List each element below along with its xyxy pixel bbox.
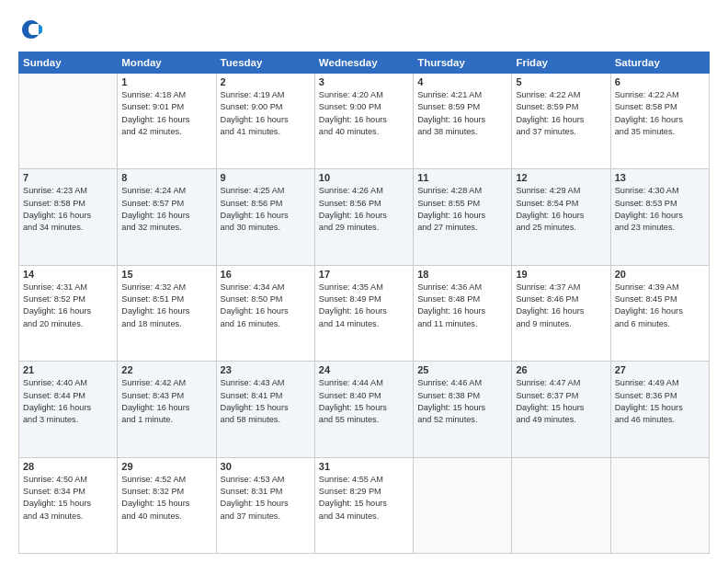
- day-number: 27: [615, 364, 705, 375]
- calendar-cell: 17Sunrise: 4:35 AM Sunset: 8:49 PM Dayli…: [314, 265, 413, 361]
- calendar-cell: 12Sunrise: 4:29 AM Sunset: 8:54 PM Dayli…: [512, 169, 610, 265]
- calendar-cell: [414, 457, 512, 553]
- day-info: Sunrise: 4:55 AM Sunset: 8:29 PM Dayligh…: [319, 474, 409, 523]
- day-number: 15: [121, 269, 211, 280]
- day-info: Sunrise: 4:29 AM Sunset: 8:54 PM Dayligh…: [516, 185, 606, 234]
- day-number: 31: [319, 461, 409, 472]
- day-info: Sunrise: 4:19 AM Sunset: 9:00 PM Dayligh…: [221, 89, 311, 138]
- day-info: Sunrise: 4:42 AM Sunset: 8:43 PM Dayligh…: [121, 377, 211, 426]
- calendar-cell: 20Sunrise: 4:39 AM Sunset: 8:45 PM Dayli…: [610, 265, 709, 361]
- calendar-cell: 13Sunrise: 4:30 AM Sunset: 8:53 PM Dayli…: [610, 169, 709, 265]
- day-info: Sunrise: 4:49 AM Sunset: 8:36 PM Dayligh…: [615, 377, 705, 426]
- day-info: Sunrise: 4:36 AM Sunset: 8:48 PM Dayligh…: [417, 282, 507, 330]
- calendar-cell: 8Sunrise: 4:24 AM Sunset: 8:57 PM Daylig…: [118, 169, 216, 265]
- calendar-cell: 27Sunrise: 4:49 AM Sunset: 8:36 PM Dayli…: [610, 362, 709, 457]
- calendar-cell: 22Sunrise: 4:42 AM Sunset: 8:43 PM Dayli…: [118, 362, 216, 457]
- day-number: 26: [516, 364, 606, 375]
- day-number: 14: [23, 269, 113, 280]
- day-number: 20: [615, 269, 705, 280]
- calendar-cell: 16Sunrise: 4:34 AM Sunset: 8:50 PM Dayli…: [216, 265, 314, 361]
- calendar-cell: 26Sunrise: 4:47 AM Sunset: 8:37 PM Dayli…: [512, 362, 610, 457]
- week-row-5: 28Sunrise: 4:50 AM Sunset: 8:34 PM Dayli…: [19, 457, 710, 553]
- day-number: 30: [221, 461, 311, 472]
- day-info: Sunrise: 4:22 AM Sunset: 8:59 PM Dayligh…: [516, 89, 606, 138]
- day-number: 21: [23, 364, 113, 375]
- calendar-cell: 18Sunrise: 4:36 AM Sunset: 8:48 PM Dayli…: [414, 265, 512, 361]
- day-info: Sunrise: 4:31 AM Sunset: 8:52 PM Dayligh…: [23, 282, 113, 330]
- day-info: Sunrise: 4:24 AM Sunset: 8:57 PM Dayligh…: [121, 185, 211, 234]
- logo-icon: [18, 17, 44, 42]
- week-row-3: 14Sunrise: 4:31 AM Sunset: 8:52 PM Dayli…: [19, 265, 710, 361]
- week-row-4: 21Sunrise: 4:40 AM Sunset: 8:44 PM Dayli…: [19, 362, 710, 457]
- day-info: Sunrise: 4:20 AM Sunset: 9:00 PM Dayligh…: [319, 89, 409, 138]
- page: SundayMondayTuesdayWednesdayThursdayFrid…: [0, 0, 728, 563]
- day-info: Sunrise: 4:43 AM Sunset: 8:41 PM Dayligh…: [221, 377, 311, 426]
- day-number: 1: [121, 76, 211, 87]
- calendar-cell: 19Sunrise: 4:37 AM Sunset: 8:46 PM Dayli…: [512, 265, 610, 361]
- day-info: Sunrise: 4:52 AM Sunset: 8:32 PM Dayligh…: [121, 474, 211, 523]
- calendar-cell: 31Sunrise: 4:55 AM Sunset: 8:29 PM Dayli…: [314, 457, 413, 553]
- day-number: 11: [417, 172, 507, 183]
- header: [18, 17, 710, 42]
- day-number: 5: [516, 76, 606, 87]
- day-number: 2: [221, 76, 311, 87]
- day-info: Sunrise: 4:46 AM Sunset: 8:38 PM Dayligh…: [417, 377, 507, 426]
- calendar-cell: 1Sunrise: 4:18 AM Sunset: 9:01 PM Daylig…: [118, 74, 216, 169]
- day-number: 23: [221, 364, 311, 375]
- calendar-cell: 3Sunrise: 4:20 AM Sunset: 9:00 PM Daylig…: [314, 74, 413, 169]
- day-info: Sunrise: 4:47 AM Sunset: 8:37 PM Dayligh…: [516, 377, 606, 426]
- calendar-cell: 23Sunrise: 4:43 AM Sunset: 8:41 PM Dayli…: [216, 362, 314, 457]
- calendar-cell: 10Sunrise: 4:26 AM Sunset: 8:56 PM Dayli…: [314, 169, 413, 265]
- day-info: Sunrise: 4:40 AM Sunset: 8:44 PM Dayligh…: [23, 377, 113, 426]
- day-number: 4: [417, 76, 507, 87]
- day-info: Sunrise: 4:50 AM Sunset: 8:34 PM Dayligh…: [23, 474, 113, 523]
- day-number: 29: [121, 461, 211, 472]
- day-header-wednesday: Wednesday: [314, 52, 413, 74]
- day-number: 8: [121, 172, 211, 183]
- calendar-cell: 5Sunrise: 4:22 AM Sunset: 8:59 PM Daylig…: [512, 74, 610, 169]
- day-info: Sunrise: 4:22 AM Sunset: 8:58 PM Dayligh…: [615, 89, 705, 138]
- calendar-table: SundayMondayTuesdayWednesdayThursdayFrid…: [18, 52, 710, 554]
- calendar-cell: [19, 74, 118, 169]
- day-number: 17: [319, 269, 409, 280]
- calendar-cell: 4Sunrise: 4:21 AM Sunset: 8:59 PM Daylig…: [414, 74, 512, 169]
- day-number: 28: [23, 461, 113, 472]
- day-number: 18: [417, 269, 507, 280]
- calendar-cell: 9Sunrise: 4:25 AM Sunset: 8:56 PM Daylig…: [216, 169, 314, 265]
- calendar-cell: 14Sunrise: 4:31 AM Sunset: 8:52 PM Dayli…: [19, 265, 118, 361]
- day-info: Sunrise: 4:23 AM Sunset: 8:58 PM Dayligh…: [23, 185, 113, 234]
- day-info: Sunrise: 4:25 AM Sunset: 8:56 PM Dayligh…: [221, 185, 311, 234]
- week-row-1: 1Sunrise: 4:18 AM Sunset: 9:01 PM Daylig…: [19, 74, 710, 169]
- day-info: Sunrise: 4:39 AM Sunset: 8:45 PM Dayligh…: [615, 282, 705, 330]
- day-info: Sunrise: 4:37 AM Sunset: 8:46 PM Dayligh…: [516, 282, 606, 330]
- calendar-cell: 21Sunrise: 4:40 AM Sunset: 8:44 PM Dayli…: [19, 362, 118, 457]
- day-info: Sunrise: 4:26 AM Sunset: 8:56 PM Dayligh…: [319, 185, 409, 234]
- day-info: Sunrise: 4:21 AM Sunset: 8:59 PM Dayligh…: [417, 89, 507, 138]
- day-header-tuesday: Tuesday: [216, 52, 314, 74]
- calendar-cell: 11Sunrise: 4:28 AM Sunset: 8:55 PM Dayli…: [414, 169, 512, 265]
- day-number: 10: [319, 172, 409, 183]
- day-header-saturday: Saturday: [610, 52, 709, 74]
- calendar-cell: 30Sunrise: 4:53 AM Sunset: 8:31 PM Dayli…: [216, 457, 314, 553]
- day-header-monday: Monday: [118, 52, 216, 74]
- day-header-sunday: Sunday: [19, 52, 118, 74]
- day-info: Sunrise: 4:32 AM Sunset: 8:51 PM Dayligh…: [121, 282, 211, 330]
- calendar-cell: 6Sunrise: 4:22 AM Sunset: 8:58 PM Daylig…: [610, 74, 709, 169]
- day-info: Sunrise: 4:53 AM Sunset: 8:31 PM Dayligh…: [221, 474, 311, 523]
- day-number: 12: [516, 172, 606, 183]
- day-info: Sunrise: 4:30 AM Sunset: 8:53 PM Dayligh…: [615, 185, 705, 234]
- day-number: 9: [221, 172, 311, 183]
- day-header-thursday: Thursday: [414, 52, 512, 74]
- day-info: Sunrise: 4:44 AM Sunset: 8:40 PM Dayligh…: [319, 377, 409, 426]
- day-info: Sunrise: 4:34 AM Sunset: 8:50 PM Dayligh…: [221, 282, 311, 330]
- calendar-cell: 2Sunrise: 4:19 AM Sunset: 9:00 PM Daylig…: [216, 74, 314, 169]
- day-info: Sunrise: 4:18 AM Sunset: 9:01 PM Dayligh…: [121, 89, 211, 138]
- calendar-cell: 15Sunrise: 4:32 AM Sunset: 8:51 PM Dayli…: [118, 265, 216, 361]
- calendar-cell: 29Sunrise: 4:52 AM Sunset: 8:32 PM Dayli…: [118, 457, 216, 553]
- header-row: SundayMondayTuesdayWednesdayThursdayFrid…: [19, 52, 710, 74]
- day-number: 22: [121, 364, 211, 375]
- calendar-cell: 25Sunrise: 4:46 AM Sunset: 8:38 PM Dayli…: [414, 362, 512, 457]
- day-number: 24: [319, 364, 409, 375]
- day-number: 19: [516, 269, 606, 280]
- day-info: Sunrise: 4:28 AM Sunset: 8:55 PM Dayligh…: [417, 185, 507, 234]
